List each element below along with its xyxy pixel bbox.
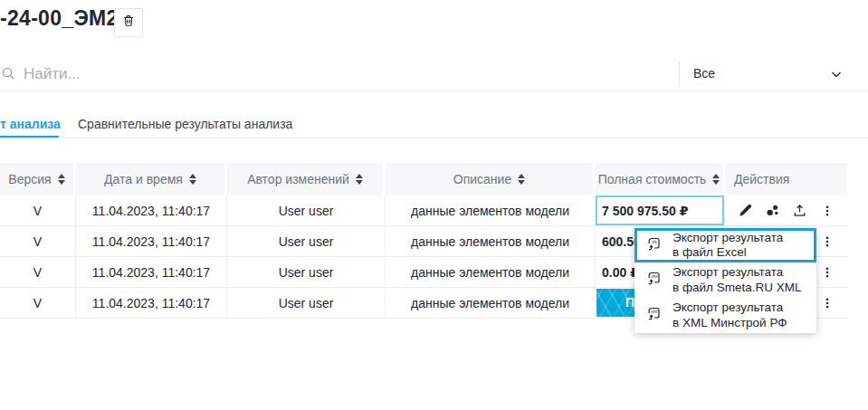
datetime-cell: 11.04.2023, 11:40:17 (76, 257, 227, 287)
calculate-button-label: П (625, 295, 634, 310)
version-cell: V (0, 226, 76, 256)
column-header-actions: Действия (725, 163, 847, 195)
chevron-down-icon (830, 68, 843, 81)
compare-versions-icon[interactable] (764, 203, 780, 219)
column-header-author[interactable]: Автор изменений (227, 163, 386, 195)
menu-item-label: Экспорт результата в файл Excel (672, 231, 783, 261)
filter-selected-value: Все (693, 66, 715, 81)
column-header-version[interactable]: Версия (0, 163, 76, 195)
description-cell: данные элементов модели (386, 195, 596, 225)
page-title: -24-00_ЭМ2 (0, 6, 119, 31)
author-cell: User user (227, 257, 386, 287)
filter-dropdown[interactable]: Все (679, 56, 868, 91)
sort-icon (189, 174, 196, 185)
more-options-icon[interactable] (819, 234, 835, 250)
menu-item-export-smeta-xml[interactable]: xml Экспорт результата в файл Smeta.RU X… (634, 262, 816, 298)
search-input[interactable] (22, 61, 641, 88)
tab-comparative-results[interactable]: Сравнительные результаты анализа (78, 117, 292, 131)
column-header-cost[interactable]: Полная стоимость (596, 163, 725, 195)
datetime-cell: 11.04.2023, 11:40:17 (76, 195, 227, 225)
more-options-icon[interactable] (819, 264, 835, 281)
description-cell: данные элементов модели (386, 257, 596, 287)
table-header-row: Версия Дата и время Автор изменений Опис… (0, 163, 847, 195)
sort-icon (58, 174, 65, 185)
description-cell: данные элементов модели (386, 288, 596, 318)
svg-text:xml: xml (651, 310, 657, 314)
tabs-divider (0, 138, 868, 138)
author-cell: User user (227, 195, 386, 225)
more-options-icon[interactable] (819, 203, 835, 219)
export-xml-file-icon: xml (646, 306, 662, 325)
sort-icon (712, 174, 720, 185)
version-cell: V (0, 195, 76, 225)
sort-icon (518, 174, 525, 185)
export-excel-file-icon: xls (646, 236, 662, 255)
table-row: V 11.04.2023, 11:40:17 User user данные … (0, 195, 847, 226)
author-cell: User user (227, 288, 386, 318)
datetime-cell: 11.04.2023, 11:40:17 (76, 226, 227, 256)
menu-item-export-excel[interactable]: xls Экспорт результата в файл Excel (634, 228, 816, 262)
author-cell: User user (227, 226, 386, 256)
description-cell: данные элементов модели (386, 226, 596, 256)
column-header-description[interactable]: Описание (386, 163, 596, 195)
menu-item-label: Экспорт результата в XML Минстрой РФ (672, 300, 787, 330)
more-options-icon[interactable] (819, 295, 835, 311)
tab-analysis-result[interactable]: т анализа (0, 117, 61, 131)
export-icon[interactable] (792, 203, 808, 219)
trash-icon (121, 14, 136, 32)
actions-cell (725, 195, 847, 225)
delete-button[interactable] (114, 8, 143, 37)
menu-item-export-minstroy-xml[interactable]: xml Экспорт результата в XML Минстрой РФ (634, 298, 816, 333)
column-header-datetime[interactable]: Дата и время (76, 163, 227, 195)
sort-icon (356, 174, 363, 185)
export-xml-file-icon: xml (646, 271, 662, 290)
search-icon (1, 66, 15, 81)
edit-icon[interactable] (737, 203, 753, 219)
svg-text:xls: xls (652, 240, 657, 244)
cost-cell-selected[interactable]: 7 500 975.50 ₽ (596, 195, 725, 225)
svg-text:xml: xml (651, 274, 657, 279)
page: -24-00_ЭМ2 Все т (0, 0, 868, 410)
version-cell: V (0, 257, 76, 287)
menu-item-label: Экспорт результата в файл Smeta.RU XML (672, 265, 801, 295)
export-context-menu: xls Экспорт результата в файл Excel xml … (634, 228, 816, 333)
datetime-cell: 11.04.2023, 11:40:17 (76, 288, 227, 318)
search-bar: Все (0, 56, 868, 91)
version-cell: V (0, 288, 76, 318)
